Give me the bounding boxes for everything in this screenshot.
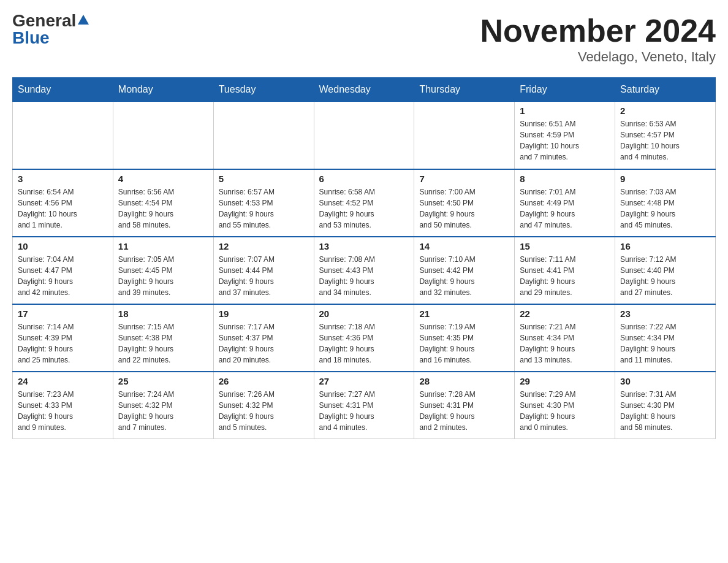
calendar-day-cell: 1Sunrise: 6:51 AM Sunset: 4:59 PM Daylig… bbox=[515, 102, 615, 169]
day-info: Sunrise: 7:08 AM Sunset: 4:43 PM Dayligh… bbox=[319, 254, 409, 298]
calendar-day-cell bbox=[113, 102, 213, 169]
calendar-day-cell: 18Sunrise: 7:15 AM Sunset: 4:38 PM Dayli… bbox=[113, 304, 213, 372]
day-number: 18 bbox=[118, 308, 208, 319]
weekday-header-tuesday: Tuesday bbox=[213, 78, 314, 102]
logo: General Blue bbox=[12, 12, 89, 47]
day-number: 20 bbox=[319, 308, 409, 319]
calendar-day-cell: 29Sunrise: 7:29 AM Sunset: 4:30 PM Dayli… bbox=[515, 372, 615, 439]
logo-general-text: General bbox=[12, 12, 76, 29]
day-number: 2 bbox=[620, 105, 710, 116]
day-number: 11 bbox=[118, 241, 208, 251]
weekday-header-friday: Friday bbox=[515, 78, 615, 102]
day-info: Sunrise: 7:04 AM Sunset: 4:47 PM Dayligh… bbox=[18, 254, 108, 298]
weekday-header-wednesday: Wednesday bbox=[314, 78, 414, 102]
day-info: Sunrise: 7:26 AM Sunset: 4:32 PM Dayligh… bbox=[219, 389, 309, 433]
day-number: 9 bbox=[620, 174, 710, 184]
calendar-day-cell: 24Sunrise: 7:23 AM Sunset: 4:33 PM Dayli… bbox=[13, 372, 113, 439]
month-title: November 2024 bbox=[480, 12, 716, 49]
day-info: Sunrise: 7:18 AM Sunset: 4:36 PM Dayligh… bbox=[319, 321, 409, 366]
day-number: 30 bbox=[620, 376, 710, 386]
logo-blue-text: Blue bbox=[12, 29, 50, 47]
calendar-day-cell: 23Sunrise: 7:22 AM Sunset: 4:34 PM Dayli… bbox=[615, 304, 716, 372]
day-info: Sunrise: 6:53 AM Sunset: 4:57 PM Dayligh… bbox=[620, 118, 710, 163]
calendar-day-cell: 4Sunrise: 6:56 AM Sunset: 4:54 PM Daylig… bbox=[113, 169, 213, 237]
calendar-day-cell bbox=[414, 102, 515, 169]
day-number: 13 bbox=[319, 241, 409, 251]
day-info: Sunrise: 6:51 AM Sunset: 4:59 PM Dayligh… bbox=[520, 118, 610, 163]
calendar-day-cell: 9Sunrise: 7:03 AM Sunset: 4:48 PM Daylig… bbox=[615, 169, 716, 237]
calendar-day-cell: 25Sunrise: 7:24 AM Sunset: 4:32 PM Dayli… bbox=[113, 372, 213, 439]
day-info: Sunrise: 7:17 AM Sunset: 4:37 PM Dayligh… bbox=[219, 321, 309, 366]
calendar-day-cell: 2Sunrise: 6:53 AM Sunset: 4:57 PM Daylig… bbox=[615, 102, 716, 169]
day-number: 29 bbox=[520, 376, 610, 386]
calendar-day-cell: 7Sunrise: 7:00 AM Sunset: 4:50 PM Daylig… bbox=[414, 169, 515, 237]
page-header: General Blue November 2024 Vedelago, Ven… bbox=[12, 12, 716, 65]
day-info: Sunrise: 7:15 AM Sunset: 4:38 PM Dayligh… bbox=[118, 321, 208, 366]
day-number: 19 bbox=[219, 308, 309, 319]
day-info: Sunrise: 7:21 AM Sunset: 4:34 PM Dayligh… bbox=[520, 321, 610, 366]
day-number: 6 bbox=[319, 174, 409, 184]
day-info: Sunrise: 6:58 AM Sunset: 4:52 PM Dayligh… bbox=[319, 186, 409, 231]
day-info: Sunrise: 7:28 AM Sunset: 4:31 PM Dayligh… bbox=[419, 389, 509, 433]
day-info: Sunrise: 7:01 AM Sunset: 4:49 PM Dayligh… bbox=[520, 186, 610, 231]
calendar-day-cell: 26Sunrise: 7:26 AM Sunset: 4:32 PM Dayli… bbox=[213, 372, 314, 439]
day-info: Sunrise: 7:23 AM Sunset: 4:33 PM Dayligh… bbox=[18, 389, 108, 433]
calendar-table: SundayMondayTuesdayWednesdayThursdayFrid… bbox=[12, 77, 716, 439]
day-number: 21 bbox=[419, 308, 509, 319]
calendar-day-cell: 19Sunrise: 7:17 AM Sunset: 4:37 PM Dayli… bbox=[213, 304, 314, 372]
day-info: Sunrise: 7:12 AM Sunset: 4:40 PM Dayligh… bbox=[620, 254, 710, 298]
calendar-day-cell: 16Sunrise: 7:12 AM Sunset: 4:40 PM Dayli… bbox=[615, 237, 716, 304]
day-number: 5 bbox=[219, 174, 309, 184]
calendar-day-cell: 27Sunrise: 7:27 AM Sunset: 4:31 PM Dayli… bbox=[314, 372, 414, 439]
calendar-day-cell: 14Sunrise: 7:10 AM Sunset: 4:42 PM Dayli… bbox=[414, 237, 515, 304]
day-number: 7 bbox=[419, 174, 509, 184]
title-section: November 2024 Vedelago, Veneto, Italy bbox=[480, 12, 716, 65]
calendar-day-cell bbox=[314, 102, 414, 169]
day-number: 12 bbox=[219, 241, 309, 251]
day-number: 10 bbox=[18, 241, 108, 251]
day-info: Sunrise: 7:29 AM Sunset: 4:30 PM Dayligh… bbox=[520, 389, 610, 433]
day-info: Sunrise: 7:14 AM Sunset: 4:39 PM Dayligh… bbox=[18, 321, 108, 366]
calendar-day-cell: 17Sunrise: 7:14 AM Sunset: 4:39 PM Dayli… bbox=[13, 304, 113, 372]
calendar-week-row: 24Sunrise: 7:23 AM Sunset: 4:33 PM Dayli… bbox=[13, 372, 716, 439]
weekday-header-saturday: Saturday bbox=[615, 78, 716, 102]
day-number: 17 bbox=[18, 308, 108, 319]
calendar-day-cell bbox=[213, 102, 314, 169]
day-number: 25 bbox=[118, 376, 208, 386]
calendar-day-cell: 3Sunrise: 6:54 AM Sunset: 4:56 PM Daylig… bbox=[13, 169, 113, 237]
calendar-week-row: 17Sunrise: 7:14 AM Sunset: 4:39 PM Dayli… bbox=[13, 304, 716, 372]
calendar-header-row: SundayMondayTuesdayWednesdayThursdayFrid… bbox=[13, 78, 716, 102]
day-number: 26 bbox=[219, 376, 309, 386]
calendar-day-cell: 20Sunrise: 7:18 AM Sunset: 4:36 PM Dayli… bbox=[314, 304, 414, 372]
location: Vedelago, Veneto, Italy bbox=[480, 49, 716, 65]
day-number: 27 bbox=[319, 376, 409, 386]
day-number: 3 bbox=[18, 174, 108, 184]
day-info: Sunrise: 6:56 AM Sunset: 4:54 PM Dayligh… bbox=[118, 186, 208, 231]
day-info: Sunrise: 7:24 AM Sunset: 4:32 PM Dayligh… bbox=[118, 389, 208, 433]
calendar-day-cell: 21Sunrise: 7:19 AM Sunset: 4:35 PM Dayli… bbox=[414, 304, 515, 372]
calendar-day-cell: 30Sunrise: 7:31 AM Sunset: 4:30 PM Dayli… bbox=[615, 372, 716, 439]
calendar-day-cell: 12Sunrise: 7:07 AM Sunset: 4:44 PM Dayli… bbox=[213, 237, 314, 304]
day-info: Sunrise: 7:31 AM Sunset: 4:30 PM Dayligh… bbox=[620, 389, 710, 433]
weekday-header-monday: Monday bbox=[113, 78, 213, 102]
calendar-week-row: 1Sunrise: 6:51 AM Sunset: 4:59 PM Daylig… bbox=[13, 102, 716, 169]
weekday-header-sunday: Sunday bbox=[13, 78, 113, 102]
day-number: 23 bbox=[620, 308, 710, 319]
day-info: Sunrise: 6:57 AM Sunset: 4:53 PM Dayligh… bbox=[219, 186, 309, 231]
calendar-day-cell: 10Sunrise: 7:04 AM Sunset: 4:47 PM Dayli… bbox=[13, 237, 113, 304]
day-info: Sunrise: 7:07 AM Sunset: 4:44 PM Dayligh… bbox=[219, 254, 309, 298]
day-info: Sunrise: 7:11 AM Sunset: 4:41 PM Dayligh… bbox=[520, 254, 610, 298]
calendar-day-cell: 13Sunrise: 7:08 AM Sunset: 4:43 PM Dayli… bbox=[314, 237, 414, 304]
day-info: Sunrise: 7:10 AM Sunset: 4:42 PM Dayligh… bbox=[419, 254, 509, 298]
calendar-day-cell: 6Sunrise: 6:58 AM Sunset: 4:52 PM Daylig… bbox=[314, 169, 414, 237]
day-number: 24 bbox=[18, 376, 108, 386]
calendar-day-cell: 15Sunrise: 7:11 AM Sunset: 4:41 PM Dayli… bbox=[515, 237, 615, 304]
day-number: 14 bbox=[419, 241, 509, 251]
calendar-day-cell: 5Sunrise: 6:57 AM Sunset: 4:53 PM Daylig… bbox=[213, 169, 314, 237]
day-number: 22 bbox=[520, 308, 610, 319]
calendar-day-cell: 22Sunrise: 7:21 AM Sunset: 4:34 PM Dayli… bbox=[515, 304, 615, 372]
day-info: Sunrise: 6:54 AM Sunset: 4:56 PM Dayligh… bbox=[18, 186, 108, 231]
calendar-week-row: 3Sunrise: 6:54 AM Sunset: 4:56 PM Daylig… bbox=[13, 169, 716, 237]
day-info: Sunrise: 7:27 AM Sunset: 4:31 PM Dayligh… bbox=[319, 389, 409, 433]
day-number: 16 bbox=[620, 241, 710, 251]
